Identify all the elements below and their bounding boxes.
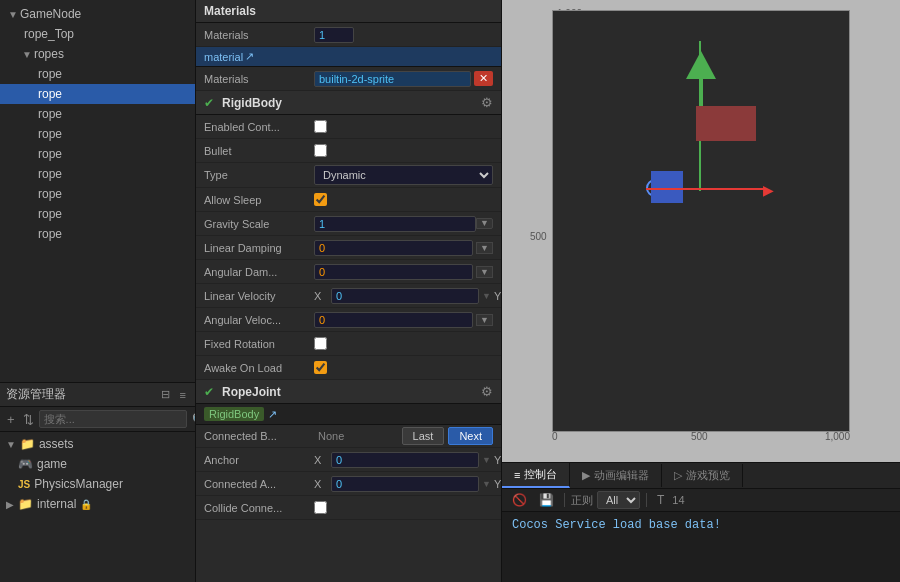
fixed-rotation-checkbox[interactable] — [314, 337, 327, 350]
ropejoint-body-row: RigidBody ↗ — [196, 404, 501, 425]
angular-damp-label: Angular Dam... — [204, 266, 314, 278]
enabled-cont-label: Enabled Cont... — [204, 121, 314, 133]
filter-select[interactable]: All — [597, 491, 640, 509]
material-value-label: Materials — [204, 73, 314, 85]
anchor-x-input[interactable] — [331, 452, 479, 468]
body-link[interactable]: ↗ — [268, 408, 277, 421]
tree-node-label: rope — [38, 147, 62, 161]
game-red-rect — [696, 106, 756, 141]
page-number: 14 — [672, 494, 684, 506]
tree-item[interactable]: rope — [0, 144, 195, 164]
asset-sort-btn[interactable]: ⇅ — [20, 411, 37, 428]
enabled-cont-checkbox[interactable] — [314, 120, 327, 133]
tree-node-label: rope — [38, 87, 62, 101]
toolbar-divider — [564, 493, 565, 507]
tree-item[interactable]: rope — [0, 184, 195, 204]
anchor-x-arrow[interactable]: ▼ — [482, 455, 491, 465]
asset-collapse-btn[interactable]: ⊟ — [158, 387, 173, 402]
anchor-label: Anchor — [204, 454, 314, 466]
axis-label-bottom-1000: 1,000 — [825, 431, 850, 442]
material-value-input[interactable] — [314, 71, 471, 87]
tree-item[interactable]: rope — [0, 124, 195, 144]
bullet-row: Bullet — [196, 139, 501, 163]
left-panel: ▼GameNoderope_Top▼ropesroperoperoperoper… — [0, 0, 196, 582]
collide-conne-checkbox[interactable] — [314, 501, 327, 514]
folder-icon: 📁 — [20, 437, 35, 451]
tree-item[interactable]: rope — [0, 224, 195, 244]
linear-damping-down-btn[interactable]: ▼ — [476, 242, 493, 254]
tree-node-label: rope_Top — [24, 27, 74, 41]
asset-add-btn[interactable]: + — [4, 411, 18, 428]
gravity-scale-label: Gravity Scale — [204, 218, 314, 230]
tab-animation[interactable]: ▶ 动画编辑器 — [570, 464, 662, 487]
type-select[interactable]: Dynamic Static Kinematic — [314, 165, 493, 185]
tree-item[interactable]: ▼GameNode — [0, 4, 195, 24]
connected-a-x-label: X — [314, 478, 328, 490]
viewport: 1,000 500 0 500 1,000 — [502, 0, 900, 462]
tab-console[interactable]: ≡ 控制台 — [502, 463, 570, 488]
linear-damping-input[interactable] — [314, 240, 473, 256]
body-badge: RigidBody — [204, 407, 264, 421]
tab-game-preview[interactable]: ▷ 游戏预览 — [662, 464, 743, 487]
connected-a-x-input[interactable] — [331, 476, 479, 492]
asset-menu-btn[interactable]: ≡ — [177, 387, 189, 402]
asset-item-internal[interactable]: ▶ 📁 internal 🔒 — [0, 494, 195, 514]
allow-sleep-checkbox[interactable] — [314, 193, 327, 206]
rigidbody-gear-icon[interactable]: ⚙ — [481, 95, 493, 110]
ban-btn[interactable]: 🚫 — [508, 491, 531, 509]
asset-item-game[interactable]: 🎮 game — [0, 454, 195, 474]
connected-a-x-arrow[interactable]: ▼ — [482, 479, 491, 489]
connected-a-label: Connected A... — [204, 478, 314, 490]
font-size-btn[interactable]: T — [653, 491, 668, 509]
tree-node-label: ropes — [34, 47, 64, 61]
animation-icon: ▶ — [582, 469, 590, 482]
tree-item[interactable]: rope — [0, 204, 195, 224]
angular-veloc-down-btn[interactable]: ▼ — [476, 314, 493, 326]
next-button[interactable]: Next — [448, 427, 493, 445]
tree-item[interactable]: rope — [0, 164, 195, 184]
angular-veloc-label: Angular Veloc... — [204, 314, 314, 326]
awake-on-load-checkbox[interactable] — [314, 361, 327, 374]
tree-item[interactable]: rope — [0, 64, 195, 84]
material-link[interactable]: material ↗ — [204, 50, 254, 63]
material-remove-btn[interactable]: ✕ — [474, 71, 493, 86]
linear-velocity-row: Linear Velocity X ▼ Y ▼ — [196, 284, 501, 308]
anchor-y-label: Y — [494, 454, 502, 466]
gravity-scale-down-btn[interactable]: ▼ — [476, 218, 493, 229]
internal-folder-icon: 📁 — [18, 497, 33, 511]
asset-search-input[interactable] — [39, 410, 187, 428]
last-button[interactable]: Last — [402, 427, 445, 445]
tree-item[interactable]: rope_Top — [0, 24, 195, 44]
game-preview-icon: ▷ — [674, 469, 682, 482]
asset-item-physics[interactable]: JS PhysicsManager — [0, 474, 195, 494]
rigidbody-section-header: ✔ RigidBody ⚙ — [196, 91, 501, 115]
ropejoint-section-header: ✔ RopeJoint ⚙ — [196, 380, 501, 404]
materials-count-input[interactable] — [314, 27, 354, 43]
tree-node-label: rope — [38, 107, 62, 121]
material-row: material ↗ — [196, 47, 501, 67]
bullet-checkbox[interactable] — [314, 144, 327, 157]
tree-item[interactable]: rope — [0, 104, 195, 124]
linear-velocity-label: Linear Velocity — [204, 290, 314, 302]
log-message: Cocos Service load base data! — [512, 518, 721, 532]
ropejoint-gear-icon[interactable]: ⚙ — [481, 384, 493, 399]
linear-velocity-x-input[interactable] — [331, 288, 479, 304]
connected-a-y-label: Y — [494, 478, 502, 490]
type-row: Type Dynamic Static Kinematic — [196, 163, 501, 188]
asset-search-btn[interactable]: 🔍 — [189, 411, 196, 428]
save-log-btn[interactable]: 💾 — [535, 491, 558, 509]
angular-damp-input[interactable] — [314, 264, 473, 280]
tree-node-label: rope — [38, 207, 62, 221]
main-area: ▼GameNoderope_Top▼ropesroperoperoperoper… — [0, 0, 900, 582]
angular-damp-down-btn[interactable]: ▼ — [476, 266, 493, 278]
angular-veloc-input[interactable] — [314, 312, 473, 328]
asset-item-assets[interactable]: ▼ 📁 assets — [0, 434, 195, 454]
tree-item[interactable]: ▼ropes — [0, 44, 195, 64]
tree-item[interactable]: rope — [0, 84, 195, 104]
axis-label-left-500: 500 — [530, 231, 547, 242]
gravity-scale-input[interactable] — [314, 216, 476, 232]
linear-velocity-x-arrow[interactable]: ▼ — [482, 291, 491, 301]
bottom-content: Cocos Service load base data! — [502, 512, 900, 582]
asset-label-internal: internal — [37, 497, 76, 511]
linear-damping-label: Linear Damping — [204, 242, 314, 254]
